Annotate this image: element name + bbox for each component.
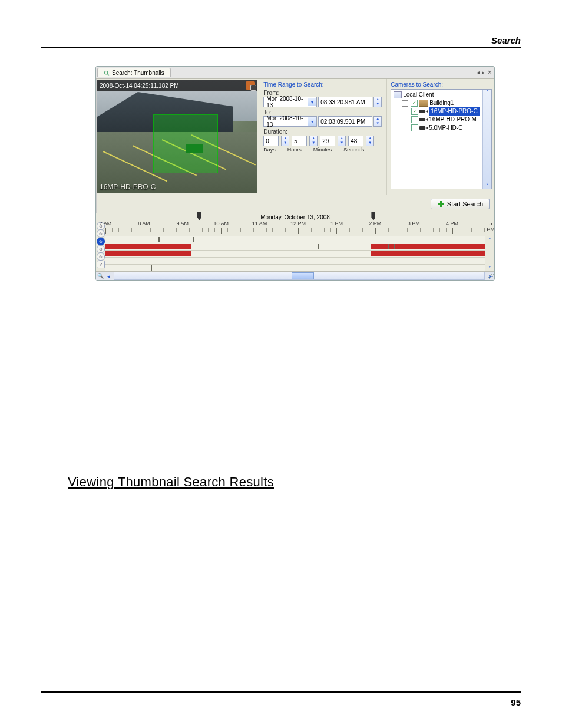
days-spinner[interactable]: ▲▼ [281, 136, 289, 146]
tab-close-icon[interactable]: ✕ [487, 69, 492, 76]
timeline-hscroll[interactable]: 🔍 ◂ ▸ [96, 271, 494, 280]
monitor-icon [394, 91, 402, 98]
hour-label: 7 AM [100, 220, 112, 226]
hours-input[interactable]: 5 [292, 136, 307, 146]
tree-root-label: Local Client [403, 91, 434, 99]
to-date-value: Mon 2008-10-13 [264, 115, 308, 128]
hscroll-track[interactable] [114, 272, 485, 280]
time-range-title: Time Range to Search: [263, 81, 382, 88]
timeline-row-0[interactable] [105, 236, 485, 243]
timeline-rowselect-3[interactable]: ⊙ [97, 245, 105, 253]
timeline-rowselect-1[interactable]: ⊙ [97, 230, 105, 238]
days-value: 0 [266, 138, 269, 144]
start-search-label: Start Search [447, 200, 483, 207]
minutes-input[interactable]: 29 [320, 136, 335, 146]
tab-next-icon[interactable]: ▸ [482, 69, 485, 76]
unit-hours: Hours [287, 147, 302, 153]
to-time-spinner[interactable]: ▲▼ [373, 116, 382, 127]
preview-camera-name: 16MP-HD-PRO-C [100, 183, 156, 191]
scroll-up-icon[interactable]: ˄ [488, 237, 491, 243]
tab-prev-icon[interactable]: ◂ [477, 69, 480, 76]
tree-camera-1[interactable]: 16MP-HD-PRO-M [394, 116, 490, 124]
from-date-value: Mon 2008-10-13 [264, 95, 308, 108]
timeline-row-4[interactable] [105, 264, 485, 271]
camera-icon [419, 117, 428, 123]
timeline-row-3[interactable] [105, 257, 485, 264]
dropdown-icon[interactable]: ▾ [308, 117, 316, 126]
dropdown-icon[interactable]: ▾ [308, 98, 316, 106]
plus-icon [437, 200, 444, 207]
seconds-value: 48 [351, 138, 357, 144]
from-time-input[interactable]: 08:33:20.981 AM [318, 97, 372, 107]
seconds-input[interactable]: 48 [348, 136, 363, 146]
building-icon [419, 100, 428, 107]
from-time-value: 08:33:20.981 AM [320, 99, 365, 106]
to-time-input[interactable]: 02:03:09.501 PM [318, 116, 372, 127]
hour-label: 1 PM [330, 220, 343, 226]
unit-seconds: Seconds [343, 147, 364, 153]
hour-label: 5 PM [487, 220, 495, 232]
svg-line-1 [107, 74, 109, 75]
scroll-left-icon[interactable]: ◂ [104, 273, 113, 279]
checkbox-icon[interactable] [411, 116, 418, 123]
timeline-vscroll[interactable]: ˄˅ [486, 237, 493, 272]
footer-rule [41, 691, 521, 693]
tree-camera-0[interactable]: ✓ 16MP-HD-PRO-C [394, 107, 490, 116]
tab-search-thumbnails[interactable]: Search: Thumbnails [97, 68, 171, 77]
unit-days: Days [263, 147, 276, 153]
search-icon [104, 70, 110, 76]
cameras-title: Cameras to Search: [391, 81, 492, 88]
timeline-rowselect-2[interactable]: ⊙ [97, 238, 105, 245]
collapse-icon[interactable]: − [402, 100, 408, 107]
hour-label: 8 AM [138, 220, 150, 226]
timeline-row-2[interactable] [105, 250, 485, 257]
timeline-ruler[interactable]: 7 AM8 AM9 AM10 AM11 AM12 PM1 PM2 PM3 PM4… [105, 220, 491, 236]
hours-spinner[interactable]: ▲▼ [309, 136, 318, 146]
days-input[interactable]: 0 [263, 136, 279, 146]
camera-icon [419, 108, 428, 114]
checkbox-icon[interactable]: ✓ [411, 108, 418, 115]
tree-root[interactable]: Local Client [394, 91, 490, 99]
to-date-picker[interactable]: Mon 2008-10-13 ▾ [263, 116, 317, 127]
hour-label: 9 AM [177, 220, 189, 226]
timeline-zoom-icon[interactable]: ⤢ [97, 261, 105, 268]
scroll-up-icon[interactable]: ˄ [486, 90, 489, 95]
section-heading: Viewing Thumbnail Search Results [68, 475, 274, 490]
cameras-panel: Cameras to Search: Local Client − ✓ Buil… [387, 79, 494, 195]
scroll-down-icon[interactable]: ˅ [488, 266, 491, 272]
tree-scrollbar[interactable]: ˄˅ [482, 90, 491, 189]
minutes-spinner[interactable]: ▲▼ [338, 136, 346, 146]
minutes-value: 29 [322, 138, 329, 144]
start-search-button[interactable]: Start Search [431, 199, 490, 209]
checkbox-icon[interactable]: ✓ [411, 100, 418, 107]
hour-label: 12 PM [290, 220, 306, 226]
resize-grip-icon[interactable] [488, 274, 494, 279]
motion-region-overlay[interactable] [153, 114, 218, 173]
scroll-down-icon[interactable]: ˅ [486, 183, 489, 189]
timeline-panel: ⊙ ⊙ ⊙ ⊙ ⊙ ⤢ Monday, October 13, 2008 7 A… [96, 213, 494, 280]
hours-value: 5 [294, 138, 297, 144]
search-thumbnails-window: Search: Thumbnails ◂ ▸ ✕ 2008-Oct-14 04:… [95, 66, 495, 281]
from-time-spinner[interactable]: ▲▼ [373, 97, 382, 107]
timeline-row-1[interactable] [105, 243, 485, 250]
header-rule [41, 47, 521, 48]
window-tab-strip: Search: Thumbnails ◂ ▸ ✕ [96, 67, 494, 79]
camera-preview[interactable]: 2008-Oct-14 04:25:11.182 PM 16MP-HD-PRO-… [97, 80, 257, 193]
tree-camera-0-label: 16MP-HD-PRO-C [429, 107, 479, 116]
time-range-panel: Time Range to Search: From: Mon 2008-10-… [259, 79, 387, 195]
hscroll-thumb[interactable] [292, 272, 314, 279]
cameras-tree[interactable]: Local Client − ✓ Building1 ✓ 16MP-HD-PRO… [391, 89, 492, 189]
hour-label: 3 PM [408, 220, 420, 226]
preview-menu-icon[interactable] [246, 81, 255, 90]
unit-minutes: Minutes [313, 147, 332, 153]
tree-camera-2[interactable]: 5.0MP-HD-C [394, 124, 490, 132]
tree-site[interactable]: − ✓ Building1 [394, 99, 490, 107]
doc-header: Search [491, 35, 521, 45]
from-date-picker[interactable]: Mon 2008-10-13 ▾ [263, 97, 317, 107]
checkbox-icon[interactable] [411, 124, 418, 131]
timeline-rowselect-4[interactable]: ⊙ [97, 253, 105, 261]
tree-camera-2-label: 5.0MP-HD-C [429, 124, 462, 132]
seconds-spinner[interactable]: ▲▼ [366, 136, 374, 146]
timeline-rows [105, 236, 485, 271]
hour-label: 11 AM [252, 220, 267, 226]
